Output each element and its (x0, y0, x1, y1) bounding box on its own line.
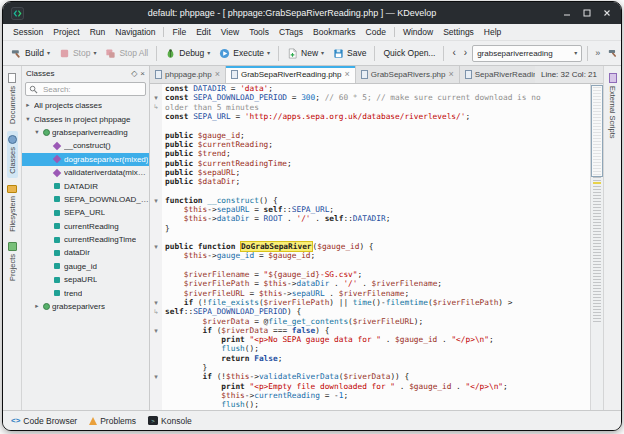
close-panel-icon[interactable]: × (140, 70, 145, 78)
code-line[interactable]: public $gauge_id; (150, 130, 590, 139)
code-line[interactable]: } (150, 363, 590, 372)
editor-tab-grabseparivers-php[interactable]: GrabSepaRivers.php× (356, 66, 460, 83)
code-line[interactable] (150, 233, 590, 242)
save-button[interactable]: Save (329, 46, 370, 61)
statusbar-code-browser-button[interactable]: Code Browser (7, 415, 81, 427)
new-button[interactable]: New ▾ (283, 46, 328, 61)
tree-item-all-projects-classes[interactable]: ▸All projects classes (22, 99, 149, 112)
menu-project[interactable]: Project (48, 26, 84, 38)
class-search-input[interactable] (41, 84, 142, 95)
code-line[interactable]: $this->currentReading = -1; (150, 391, 590, 400)
code-line[interactable]: ▾ if (!file_exists($riverFilePath) || ti… (150, 298, 590, 307)
editor-tab-separiverreadinghistory-php[interactable]: SepaRiverReadingHistory.php× (460, 66, 535, 83)
code-line[interactable]: const SEPA_URL = 'http://apps.sepa.org.u… (150, 112, 590, 121)
tree-item-trend[interactable]: trend (22, 286, 149, 299)
collapse-icon[interactable]: ▾ (24, 116, 32, 123)
menu-help[interactable]: Help (479, 26, 506, 38)
code-line[interactable]: public $trend; (150, 149, 590, 158)
tool-tab-classes[interactable]: Classes (7, 131, 18, 178)
editor-tab-phppage-php[interactable]: phppage.php× (150, 66, 226, 83)
minimap-scrollbar[interactable] (590, 84, 603, 410)
code-line[interactable]: flush(); (150, 344, 590, 353)
fold-marker-icon[interactable]: ▾ (150, 299, 162, 306)
code-line[interactable]: $riverFilename = "${gauge_id}-SG.csv"; (150, 270, 590, 279)
tree-item-currentreadingtime[interactable]: currentReadingTime (22, 233, 149, 246)
maximize-button[interactable] (580, 6, 594, 20)
code-line[interactable]: public $currentReadingTime; (150, 158, 590, 167)
tree-item-sepaurl[interactable]: sepaURL (22, 273, 149, 286)
code-line[interactable]: $this->gauge_id = $gauge_id; (150, 251, 590, 260)
tool-tab-filesystem[interactable]: Filesystem (6, 181, 18, 236)
code-line[interactable]: $riverFileURL = $this->sepaURL . $riverF… (150, 289, 590, 298)
menu-tools[interactable]: Tools (244, 26, 274, 38)
tool-tab-documents[interactable]: Documents (7, 69, 18, 128)
menu-run[interactable]: Run (85, 26, 111, 38)
code-line[interactable] (150, 186, 590, 195)
toolbar-overflow-icon[interactable]: » (593, 48, 602, 58)
menu-view[interactable]: View (216, 26, 244, 38)
close-tab-icon[interactable]: × (345, 70, 350, 79)
code-line[interactable]: return False; (150, 354, 590, 363)
statusbar-konsole-button[interactable]: Konsole (144, 415, 196, 427)
tree-item-grabseparivers[interactable]: ▸grabseparivers (22, 300, 149, 313)
code-line[interactable]: ▾public function DoGrabSepaRiver($gauge_… (150, 242, 590, 251)
minimize-button[interactable] (560, 6, 574, 20)
code-line[interactable]: ▾ if ($riverData === false) { (150, 326, 590, 335)
code-line[interactable]: $this->sepaURL = self::SEPA_URL; (150, 205, 590, 214)
fold-marker-icon[interactable]: ▾ (150, 327, 162, 334)
tree-item-sepa-download-period[interactable]: SEPA_DOWNLOAD_PERIOD (22, 193, 149, 206)
menu-settings[interactable]: Settings (438, 26, 479, 38)
debug-button[interactable]: Debug ▾ (161, 46, 214, 61)
fold-marker-icon[interactable]: ▾ (150, 373, 162, 380)
code-line[interactable] (150, 261, 590, 270)
code-line[interactable]: $riverData = @file_get_contents($riverFi… (150, 316, 590, 325)
editor-tab-grabsepariverreading-php[interactable]: GrabSepaRiverReading.php× (226, 66, 356, 83)
stop-all-button[interactable]: Stop All (101, 46, 152, 61)
code-line[interactable]: public $currentReading; (150, 140, 590, 149)
tree-item-grabsepariverreading[interactable]: ▾grabsepariverreading (22, 126, 149, 139)
menu-session[interactable]: Session (8, 26, 48, 38)
close-button[interactable] (600, 6, 614, 20)
quick-open-button[interactable]: Quick Open... (379, 46, 439, 60)
expand-icon[interactable]: ▸ (24, 102, 32, 109)
code-line[interactable]: print "<p>No SEPA gauge data for " . $ga… (150, 335, 590, 344)
code-line[interactable]: ▾function __construct() { (150, 196, 590, 205)
class-search-field[interactable] (25, 82, 146, 96)
collapse-icon[interactable]: ▾ (33, 129, 41, 136)
menu-ctags[interactable]: CTags (274, 26, 308, 38)
menu-window[interactable]: Window (398, 26, 438, 38)
quick-open-search-combo[interactable]: grabsepariverreading ▾ (472, 45, 582, 62)
menu-bookmarks[interactable]: Bookmarks (308, 26, 361, 38)
tree-item-sepa-url[interactable]: SEPA_URL (22, 206, 149, 219)
expand-icon[interactable]: ▸ (33, 303, 41, 310)
code-line[interactable]: $riverFilePath = $this->dataDir . '/' . … (150, 279, 590, 288)
close-tab-icon[interactable]: × (448, 70, 453, 79)
titlebar[interactable]: default: phppage - [ phppage:GrabSepaRiv… (3, 2, 621, 24)
close-tab-icon[interactable]: × (215, 70, 220, 79)
code-line[interactable] (150, 121, 590, 130)
tree-item-construct[interactable]: __construct() (22, 139, 149, 152)
previous-match-button[interactable]: ‹ (449, 46, 458, 60)
tool-tab-external-scripts[interactable]: External Scripts (607, 69, 618, 143)
menu-edit[interactable]: Edit (191, 26, 216, 38)
fold-marker-icon[interactable]: ▾ (150, 243, 162, 250)
code-line[interactable]: public $sepaURL; (150, 168, 590, 177)
code-line[interactable]: print "<p>Empty file downloaded for " . … (150, 382, 590, 391)
tool-tab-projects[interactable]: Projects (7, 238, 18, 285)
tree-item-currentreading[interactable]: currentReading (22, 220, 149, 233)
tree-item-datadir[interactable]: DATADIR (22, 179, 149, 192)
statusbar-problems-button[interactable]: Problems (85, 415, 140, 427)
float-panel-icon[interactable]: ◇ (131, 70, 137, 78)
execute-button[interactable]: Execute ▾ (215, 46, 274, 61)
tree-item-classes-in-project-phppage[interactable]: ▾Classes in project phppage (22, 112, 149, 125)
code-line[interactable]: ↳self::SEPA_DOWNLOAD_PERIOD) { (150, 307, 590, 316)
fold-marker-icon[interactable]: ▾ (150, 94, 162, 101)
code-line[interactable]: $this->dataDir = ROOT . '/' . self::DATA… (150, 214, 590, 223)
code-line[interactable]: const DATADIR = 'data'; (150, 84, 590, 93)
menu-navigation[interactable]: Navigation (110, 26, 160, 38)
code-line[interactable]: } (150, 223, 590, 232)
menu-code[interactable]: Code (361, 26, 391, 38)
code-menu-button[interactable]: Code (604, 46, 622, 60)
code-editor[interactable]: const DATADIR = 'data';▾const SEPA_DOWNL… (150, 84, 590, 410)
code-line[interactable]: ▾const SEPA_DOWNLOAD_PERIOD = 300; // 60… (150, 93, 590, 102)
